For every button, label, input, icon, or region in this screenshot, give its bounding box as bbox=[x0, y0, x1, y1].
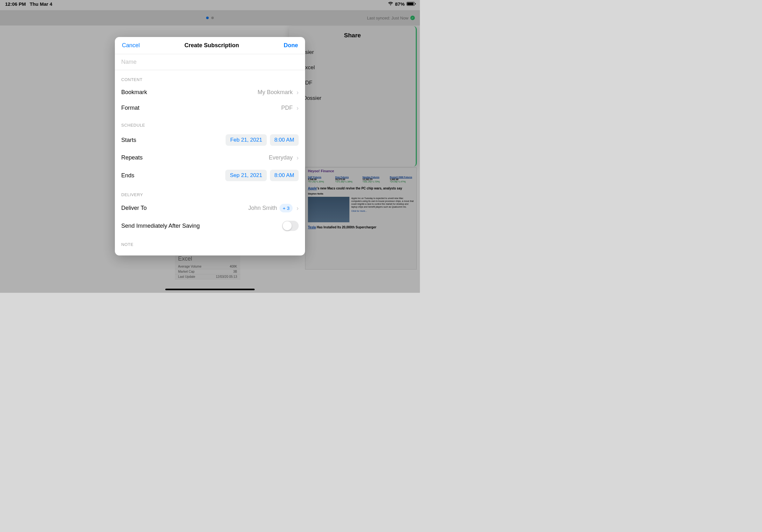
repeats-row[interactable]: Repeats Everyday› bbox=[115, 150, 305, 166]
send-immediate-label: Send Immediately After Saving bbox=[121, 223, 200, 229]
done-button[interactable]: Done bbox=[284, 42, 298, 49]
ends-time-pill[interactable]: 8:00 AM bbox=[270, 170, 299, 181]
chevron-right-icon: › bbox=[296, 154, 299, 162]
format-value: PDF bbox=[281, 104, 293, 111]
chevron-right-icon: › bbox=[296, 104, 299, 112]
modal-title: Create Subscription bbox=[185, 42, 239, 49]
format-row[interactable]: Format PDF› bbox=[115, 100, 305, 116]
send-immediate-row: Send Immediately After Saving bbox=[115, 217, 305, 235]
section-delivery: DELIVERY bbox=[115, 185, 305, 200]
chevron-right-icon: › bbox=[296, 89, 299, 96]
home-indicator[interactable] bbox=[165, 289, 255, 290]
ends-label: Ends bbox=[121, 172, 134, 179]
starts-label: Starts bbox=[121, 137, 136, 144]
starts-time-pill[interactable]: 8:00 AM bbox=[270, 134, 299, 146]
repeats-value: Everyday bbox=[269, 154, 293, 161]
deliver-label: Deliver To bbox=[121, 205, 147, 212]
bookmark-row[interactable]: Bookmark My Bookmark› bbox=[115, 85, 305, 100]
section-schedule: SCHEDULE bbox=[115, 116, 305, 130]
create-subscription-modal: Cancel Create Subscription Done CONTENT … bbox=[115, 37, 305, 255]
section-content: CONTENT bbox=[115, 70, 305, 85]
send-immediate-toggle[interactable] bbox=[282, 221, 299, 231]
deliver-to-row[interactable]: Deliver To John Smith + 3 › bbox=[115, 200, 305, 217]
ends-row: Ends Sep 21, 2021 8:00 AM bbox=[115, 166, 305, 185]
name-input[interactable] bbox=[115, 54, 305, 70]
cancel-button[interactable]: Cancel bbox=[122, 42, 140, 49]
repeats-label: Repeats bbox=[121, 154, 143, 161]
section-note: NOTE bbox=[115, 235, 305, 249]
starts-row: Starts Feb 21, 2021 8:00 AM bbox=[115, 130, 305, 150]
starts-date-pill[interactable]: Feb 21, 2021 bbox=[226, 134, 267, 146]
chevron-right-icon: › bbox=[296, 204, 299, 212]
ends-date-pill[interactable]: Sep 21, 2021 bbox=[225, 170, 267, 181]
bookmark-label: Bookmark bbox=[121, 89, 147, 96]
format-label: Format bbox=[121, 104, 139, 111]
deliver-count-badge: + 3 bbox=[279, 204, 293, 212]
bookmark-value: My Bookmark bbox=[258, 89, 293, 96]
deliver-value: John Smith bbox=[248, 205, 277, 212]
